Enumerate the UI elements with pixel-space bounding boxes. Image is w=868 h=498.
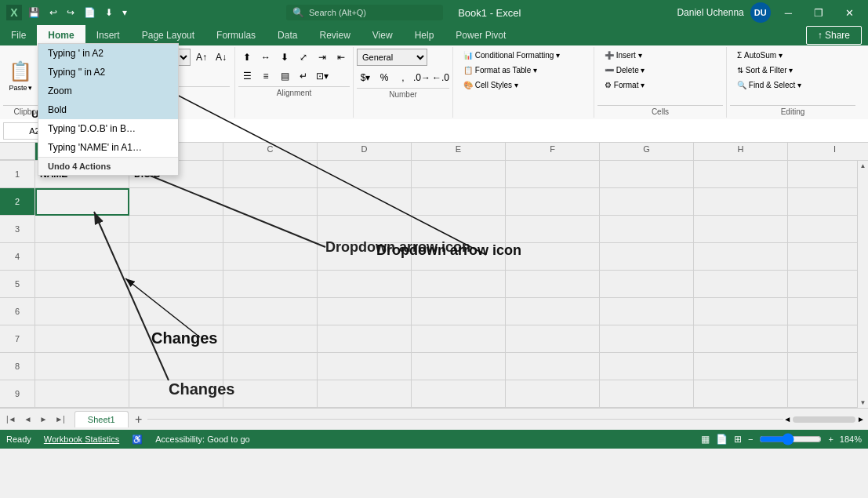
row-header-2[interactable]: 2 <box>0 188 35 216</box>
cell-H6[interactable] <box>694 298 788 325</box>
cell-I9[interactable] <box>788 380 857 408</box>
undo-item-5[interactable]: Typing 'D.O.B' in B… <box>38 119 178 138</box>
cell-G9[interactable] <box>600 380 694 408</box>
next-sheet-button[interactable]: ► <box>36 413 50 425</box>
vertical-scrollbar[interactable]: ▲ ▼ <box>857 161 868 408</box>
cell-I8[interactable] <box>788 353 857 380</box>
scroll-down-button[interactable]: ▼ <box>859 398 868 408</box>
cell-G8[interactable] <box>600 353 694 380</box>
cell-G5[interactable] <box>600 271 694 298</box>
cell-C6[interactable] <box>223 298 318 325</box>
cell-D9[interactable] <box>318 380 412 408</box>
cell-E2[interactable] <box>412 188 506 216</box>
cell-I3[interactable] <box>788 216 857 243</box>
cell-H7[interactable] <box>694 325 788 353</box>
text-direction-button[interactable]: ⤢ <box>295 49 312 66</box>
cell-C2[interactable] <box>223 188 318 216</box>
add-sheet-button[interactable]: + <box>130 411 147 428</box>
find-select-button[interactable]: 🔍 Find & Select ▾ <box>730 78 855 92</box>
sheet-tab-1[interactable]: Sheet1 <box>74 411 129 427</box>
row-header-6[interactable]: 6 <box>0 298 35 325</box>
cell-D2[interactable] <box>318 188 412 216</box>
cell-C8[interactable] <box>223 353 318 380</box>
sort-filter-button[interactable]: ⇅ Sort & Filter ▾ <box>730 64 855 77</box>
minimize-button[interactable]: ─ <box>777 4 800 22</box>
cell-F3[interactable] <box>506 216 600 243</box>
cell-H1[interactable] <box>694 161 788 188</box>
qat-dropdown-button[interactable]: ▾ <box>119 5 130 20</box>
cell-E8[interactable] <box>412 353 506 380</box>
align-center-button[interactable]: ≡ <box>257 67 274 85</box>
cell-B3[interactable] <box>129 216 223 243</box>
align-right-button[interactable]: ▤ <box>276 67 293 85</box>
cell-I5[interactable] <box>788 271 857 298</box>
cell-C7[interactable] <box>223 325 318 353</box>
cell-G6[interactable] <box>600 298 694 325</box>
prev-sheet-button[interactable]: ◄ <box>21 413 35 425</box>
row-header-5[interactable]: 5 <box>0 271 35 298</box>
row-header-7[interactable]: 7 <box>0 325 35 353</box>
cell-B4[interactable] <box>129 243 223 271</box>
align-middle-button[interactable]: ↔ <box>257 49 274 66</box>
format-button[interactable]: ⚙ Format ▾ <box>597 78 723 92</box>
zoom-out-button[interactable]: − <box>748 434 753 444</box>
scroll-left-button[interactable]: ◄ <box>783 415 791 423</box>
cell-H9[interactable] <box>694 380 788 408</box>
align-bottom-button[interactable]: ⬇ <box>276 49 293 66</box>
search-box[interactable]: 🔍 Search (Alt+Q) <box>286 5 443 20</box>
cell-D5[interactable] <box>318 271 412 298</box>
cell-D6[interactable] <box>318 298 412 325</box>
increase-decimal-button[interactable]: .0→ <box>413 69 430 86</box>
currency-button[interactable]: $▾ <box>357 69 374 86</box>
wrap-text-button[interactable]: ↵ <box>295 67 312 85</box>
grid-scroll[interactable]: NAME D.O.B <box>35 161 857 408</box>
indent-decrease-button[interactable]: ⇤ <box>332 49 350 66</box>
formula-input[interactable] <box>138 125 865 136</box>
close-button[interactable]: ✕ <box>837 4 862 22</box>
undo-item-6[interactable]: Typing 'NAME' in A1… <box>38 138 178 157</box>
last-sheet-button[interactable]: ►| <box>52 413 68 425</box>
col-header-I[interactable]: I <box>788 143 868 160</box>
cell-B6[interactable] <box>129 298 223 325</box>
cell-F1[interactable] <box>506 161 600 188</box>
cell-F4[interactable] <box>506 243 600 271</box>
undo-button[interactable]: ↩ <box>46 5 60 20</box>
percent-button[interactable]: % <box>376 69 393 86</box>
cell-D8[interactable] <box>318 353 412 380</box>
cell-F7[interactable] <box>506 325 600 353</box>
scroll-right-button[interactable]: ► <box>857 415 865 423</box>
cell-D7[interactable] <box>318 325 412 353</box>
tab-data[interactable]: Data <box>267 25 308 45</box>
cell-B2[interactable] <box>129 188 223 216</box>
tab-formulas[interactable]: Formulas <box>205 25 267 45</box>
row-header-4[interactable]: 4 <box>0 243 35 271</box>
cell-F2[interactable] <box>506 188 600 216</box>
cell-A4[interactable] <box>35 243 129 271</box>
col-header-H[interactable]: H <box>694 143 788 160</box>
tab-file[interactable]: File <box>0 25 37 45</box>
cell-G2[interactable] <box>600 188 694 216</box>
cell-F8[interactable] <box>506 353 600 380</box>
normal-view-button[interactable]: ▦ <box>701 434 710 445</box>
avatar[interactable]: DU <box>750 2 771 23</box>
workbook-statistics-button[interactable]: Workbook Statistics <box>44 434 119 444</box>
zoom-in-button[interactable]: + <box>828 434 833 444</box>
cell-G1[interactable] <box>600 161 694 188</box>
zoom-slider[interactable] <box>759 433 822 445</box>
cell-B7[interactable] <box>129 325 223 353</box>
undo-item-4[interactable]: Bold <box>38 100 178 119</box>
cell-H2[interactable] <box>694 188 788 216</box>
cell-F5[interactable] <box>506 271 600 298</box>
cell-E9[interactable] <box>412 380 506 408</box>
h-scrollbar-track[interactable] <box>793 416 855 423</box>
scroll-up-button[interactable]: ▲ <box>859 161 868 171</box>
cell-C1[interactable] <box>223 161 318 188</box>
open-button[interactable]: ⬇ <box>102 5 116 20</box>
cell-I1[interactable] <box>788 161 857 188</box>
cell-I4[interactable] <box>788 243 857 271</box>
cell-B8[interactable] <box>129 353 223 380</box>
undo-item-2[interactable]: Typing '' in A2 <box>38 63 178 82</box>
paste-button[interactable]: 📋 Paste▾ <box>3 57 38 95</box>
cell-H4[interactable] <box>694 243 788 271</box>
align-left-button[interactable]: ☰ <box>238 67 256 85</box>
